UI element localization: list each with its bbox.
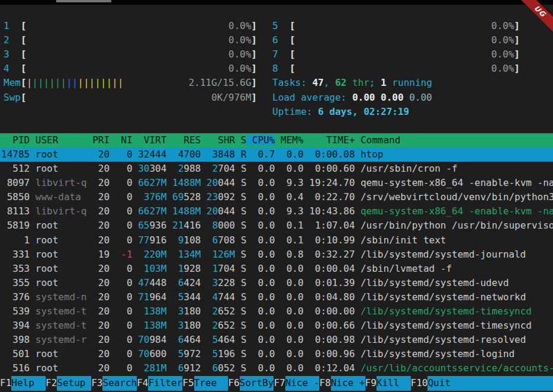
fkey-f9-kill[interactable]: F9Kill (365, 376, 411, 391)
cell-res: 4 (178, 149, 184, 160)
cell-mem-percent: 0.0 (275, 149, 303, 160)
cell-res-pad (166, 249, 178, 260)
cell-time: 0:00.08 (304, 149, 355, 160)
column-header-pid[interactable]: PID (1, 134, 30, 146)
cpu6-meter: 6[0.0%] (272, 33, 520, 47)
fkey-number: F2 (46, 376, 57, 391)
fkey-number: F5 (182, 376, 194, 391)
cell-cpu-percent: 0.0 (246, 191, 275, 203)
process-row[interactable]: 14785 root 20 0 32444 4700 3848 R 0.7 0.… (0, 147, 553, 162)
cell-shr: 8 (212, 220, 218, 231)
cell-pri: 20 (87, 334, 110, 345)
cpu4-label: 4 (4, 62, 21, 76)
column-header-s[interactable]: S (235, 134, 246, 146)
cell-shr: 5 (212, 348, 218, 359)
fkey-f4-filter[interactable]: F4Filter (137, 376, 182, 391)
column-header-cpu[interactable]: CPU% (246, 134, 275, 146)
cell-mem-percent: 0.0 (275, 334, 303, 345)
process-row[interactable]: 394 systemd-t 20 0 138M 3180 2652 S 0.0 … (0, 319, 553, 333)
cell-res: 21 (172, 220, 184, 231)
load-5min: 0.00 (381, 92, 404, 103)
cell-shr: 23 (207, 191, 218, 203)
fkey-f1-help[interactable]: F1Help (0, 376, 46, 391)
process-row[interactable]: 8097 libvirt-q 20 0 6627M 1488M 20044 S … (0, 176, 553, 190)
meter-open-bracket: [ (21, 19, 27, 33)
process-table: 14785 root 20 0 32444 4700 3848 R 0.7 0.… (0, 147, 553, 376)
cell-state: R (235, 149, 246, 160)
cell-pri: 20 (87, 348, 110, 359)
cell-ni: 0 (110, 362, 133, 374)
cell-virt: 30 (138, 163, 149, 174)
process-row[interactable]: 516 root 20 0 281M 6912 6052 S 0.0 0.0 0… (0, 361, 553, 375)
cell-res: 912 (184, 362, 201, 374)
cell-pri: 20 (87, 191, 110, 203)
load-average-label: Load average: (272, 92, 346, 103)
column-header-ni[interactable]: NI (110, 134, 133, 146)
fkey-number: F4 (137, 376, 148, 391)
process-row[interactable]: 398 systemd-r 20 0 70984 6464 5464 S 0.0… (0, 333, 553, 347)
cell-user: systemd-r (30, 334, 86, 345)
fkey-action-label: Search (102, 376, 137, 391)
column-header-virt[interactable]: VIRT (133, 134, 167, 146)
process-row[interactable]: 355 root 20 0 47448 6424 3228 S 0.0 0.0 … (0, 276, 553, 290)
cell-virt: 984 (149, 334, 166, 345)
fkey-number: F10 (411, 376, 428, 391)
fkey-f3-search[interactable]: F3Search (91, 376, 137, 391)
cell-command: /lib/systemd/systemd-udevd (355, 277, 509, 288)
load-1min: 0.00 (352, 92, 375, 103)
cpu6-value: 0.0% (491, 33, 515, 47)
column-header-mem[interactable]: MEM% (275, 134, 303, 146)
column-header-command[interactable]: Command (355, 134, 400, 146)
cpu8-meter: 8[0.0%] (272, 62, 520, 76)
process-row[interactable]: 501 root 20 0 70600 5972 5196 S 0.0 0.0 … (0, 347, 553, 361)
column-header-pri[interactable]: PRI (87, 134, 110, 146)
cell-shr: 000 (218, 220, 235, 231)
column-header-shr[interactable]: SHR (201, 134, 235, 146)
cell-pri: 20 (87, 177, 110, 188)
cell-virt: 444 (149, 149, 166, 160)
cell-state: S (235, 277, 246, 288)
cell-ni: 0 (110, 348, 133, 359)
cell-cpu-percent: 0.7 (246, 149, 275, 160)
cell-res-pad (166, 334, 178, 345)
cell-ni: 0 (110, 334, 133, 345)
process-row[interactable]: 8113 libvirt-q 20 0 6627M 1488M 20044 S … (0, 204, 553, 219)
process-row[interactable]: 353 root 20 0 103M 1928 1704 S 0.0 0.0 0… (0, 262, 553, 276)
fkey-action-label: Kill (377, 376, 411, 391)
cell-virt: 65 (138, 220, 149, 231)
fkey-f8-nice[interactable]: F8Nice + (319, 376, 365, 391)
meter-close-bracket: ] (514, 33, 520, 47)
cpu7-value: 0.0% (491, 47, 515, 62)
process-row[interactable]: 512 root 20 0 30304 2988 2704 S 0.0 0.0 … (0, 162, 553, 176)
column-header-res[interactable]: RES (166, 134, 201, 146)
column-header-user[interactable]: USER (30, 134, 86, 146)
cell-virt: 916 (149, 234, 166, 246)
process-row[interactable]: 376 systemd-n 20 0 71964 5344 4744 S 0.0… (0, 290, 553, 304)
cpu8-label: 8 (272, 62, 290, 76)
fkey-f10-quit[interactable]: F10Quit (411, 376, 553, 391)
process-row[interactable]: 331 root 19 -1 220M 134M 126M S 0.0 0.8 … (0, 248, 553, 262)
cell-user: root (30, 263, 86, 274)
cell-mem-percent: 0.0 (275, 306, 303, 317)
cell-virt-pad (133, 348, 139, 359)
process-row[interactable]: 5850 www-data 20 0 376M 69528 23092 S 0.… (0, 190, 553, 204)
fkey-f7-nice[interactable]: F7Nice - (274, 376, 319, 391)
cpu5-meter: 5[0.0%] (272, 19, 520, 33)
fkey-f5-tree[interactable]: F5Tree (182, 376, 228, 391)
cell-state: S (235, 220, 246, 231)
cell-mem-percent: 9.3 (275, 177, 303, 188)
cell-shr: 044 (218, 205, 235, 217)
process-row[interactable]: 1 root 20 0 77916 9108 6708 S 0.0 0.1 0:… (0, 233, 553, 248)
cell-user: root (30, 220, 86, 231)
cell-mem-percent: 0.4 (275, 191, 303, 203)
fkey-f6-sortby[interactable]: F6SortBy (228, 376, 274, 391)
mem-bar-segment: | (49, 76, 55, 90)
uptime-line: Uptime: 6 days, 02:27:19 (272, 105, 409, 119)
memory-value: 2.11G/15.6G (188, 76, 251, 90)
process-row[interactable]: 5819 root 20 0 65936 21416 8000 S 0.0 0.… (0, 219, 553, 233)
cell-cpu-percent: 0.0 (246, 234, 275, 246)
meter-close-bracket: ] (251, 91, 257, 105)
process-row[interactable]: 539 systemd-t 20 0 138M 3180 2652 S 0.0 … (0, 304, 553, 319)
fkey-f2-setup[interactable]: F2Setup (46, 376, 91, 391)
column-header-time[interactable]: TIME+ (304, 134, 355, 146)
